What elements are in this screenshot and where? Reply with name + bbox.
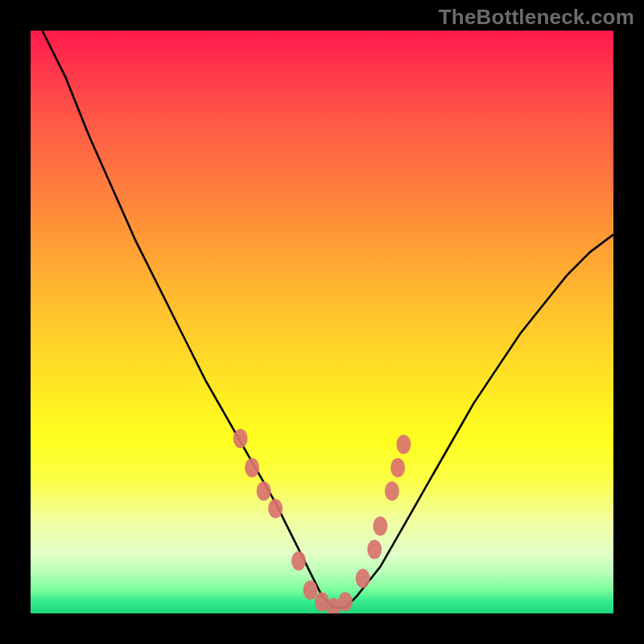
bottleneck-chart-svg (31, 31, 613, 613)
bottleneck-curve (43, 31, 614, 608)
marker-point (268, 499, 283, 518)
marker-point (233, 429, 248, 448)
marker-point (245, 458, 259, 477)
marker-point (291, 551, 306, 571)
watermark-text: TheBottleneck.com (439, 5, 634, 30)
marker-point (338, 592, 353, 612)
marker-point (390, 458, 405, 477)
marker-point (385, 481, 399, 501)
marker-point (396, 435, 411, 454)
marker-point (257, 481, 271, 501)
marker-point (303, 580, 318, 600)
plot-area (31, 31, 613, 613)
marker-point (367, 539, 382, 559)
marker-point (373, 516, 387, 535)
highlight-markers (233, 429, 411, 613)
chart-frame: TheBottleneck.com (0, 0, 644, 644)
marker-point (356, 569, 370, 588)
